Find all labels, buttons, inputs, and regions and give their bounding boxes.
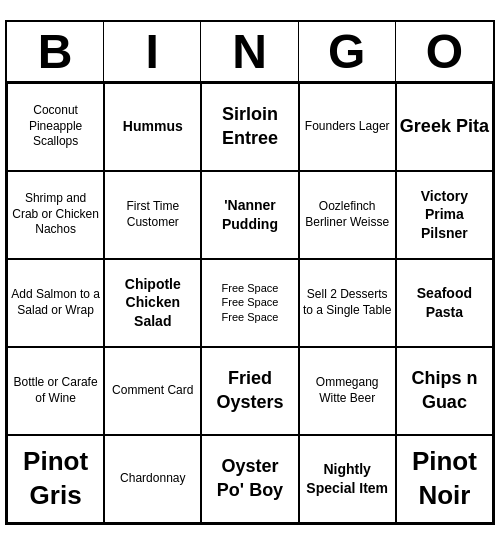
bingo-cell-3[interactable]: Founders Lager	[299, 83, 396, 171]
bingo-cell-8[interactable]: Oozlefinch Berliner Weisse	[299, 171, 396, 259]
bingo-cell-22[interactable]: Oyster Po' Boy	[201, 435, 298, 523]
bingo-cell-19[interactable]: Chips n Guac	[396, 347, 493, 435]
bingo-cell-4[interactable]: Greek Pita	[396, 83, 493, 171]
bingo-card: BINGO Coconut Pineapple ScallopsHummusSi…	[5, 20, 495, 525]
header-letter-N: N	[201, 22, 298, 81]
bingo-grid: Coconut Pineapple ScallopsHummusSirloin …	[7, 83, 493, 523]
bingo-cell-21[interactable]: Chardonnay	[104, 435, 201, 523]
header-letter-O: O	[396, 22, 493, 81]
bingo-cell-23[interactable]: Nightly Special Item	[299, 435, 396, 523]
header-letter-I: I	[104, 22, 201, 81]
bingo-cell-9[interactable]: Victory Prima Pilsner	[396, 171, 493, 259]
bingo-cell-16[interactable]: Comment Card	[104, 347, 201, 435]
bingo-cell-10[interactable]: Add Salmon to a Salad or Wrap	[7, 259, 104, 347]
bingo-cell-11[interactable]: Chipotle Chicken Salad	[104, 259, 201, 347]
bingo-cell-7[interactable]: 'Nanner Pudding	[201, 171, 298, 259]
bingo-cell-2[interactable]: Sirloin Entree	[201, 83, 298, 171]
bingo-cell-5[interactable]: Shrimp and Crab or Chicken Nachos	[7, 171, 104, 259]
header-letter-G: G	[299, 22, 396, 81]
bingo-cell-13[interactable]: Sell 2 Desserts to a Single Table	[299, 259, 396, 347]
bingo-cell-0[interactable]: Coconut Pineapple Scallops	[7, 83, 104, 171]
bingo-cell-17[interactable]: Fried Oysters	[201, 347, 298, 435]
bingo-cell-6[interactable]: First Time Customer	[104, 171, 201, 259]
bingo-cell-18[interactable]: Ommegang Witte Beer	[299, 347, 396, 435]
header-letter-B: B	[7, 22, 104, 81]
bingo-cell-1[interactable]: Hummus	[104, 83, 201, 171]
bingo-cell-14[interactable]: Seafood Pasta	[396, 259, 493, 347]
bingo-cell-20[interactable]: Pinot Gris	[7, 435, 104, 523]
bingo-cell-12[interactable]: Free Space Free Space Free Space	[201, 259, 298, 347]
bingo-cell-24[interactable]: Pinot Noir	[396, 435, 493, 523]
bingo-cell-15[interactable]: Bottle or Carafe of Wine	[7, 347, 104, 435]
bingo-header: BINGO	[7, 22, 493, 83]
